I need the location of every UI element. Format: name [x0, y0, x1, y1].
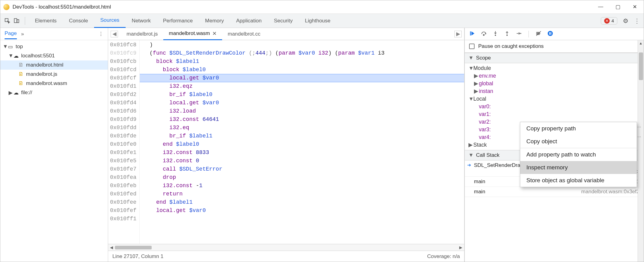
devtools-tabbar: Elements Console Sources Network Perform…: [0, 14, 644, 28]
editor-pane: ◀ mandelbrot.js mandelbrot.wasm ✕ mandel…: [108, 28, 464, 262]
navigator-kebab-icon[interactable]: [98, 31, 104, 37]
step-out-icon[interactable]: [504, 30, 510, 37]
svg-point-5: [495, 35, 496, 36]
right-pane-scrollbar[interactable]: ▲: [638, 40, 644, 262]
toggle-device-toolbar-icon[interactable]: [12, 16, 21, 25]
step-into-icon[interactable]: [492, 30, 498, 37]
deactivate-breakpoints-icon[interactable]: [536, 30, 542, 37]
context-menu-item-inspect-memory[interactable]: Inspect memory: [520, 161, 637, 174]
file-tree: ▼ ▭ top ▼ ☁ localhost:5501 🗎 mandelbrot.…: [0, 40, 108, 99]
file-icon: 🗎: [17, 71, 24, 77]
code-lines: ) (func $SDL_SetRenderDrawColor (;444;) …: [140, 40, 464, 244]
editor-horizontal-scrollbar[interactable]: ◀ ▶: [108, 244, 464, 251]
context-menu-item-copy-path[interactable]: Copy property path: [520, 122, 637, 135]
callstack-frame[interactable]: mainmandelbrot.wasm:0x3ef2: [465, 187, 644, 197]
navigator-pane: Page » ▼ ▭ top ▼ ☁ localhost:5501 🗎 mand…: [0, 28, 108, 262]
step-over-icon[interactable]: [481, 30, 487, 37]
file-tab-cc[interactable]: mandelbrot.cc: [222, 28, 266, 40]
tab-network[interactable]: Network: [126, 14, 157, 28]
file-tabbar: ◀ mandelbrot.js mandelbrot.wasm ✕ mandel…: [108, 28, 464, 40]
tab-lighthouse[interactable]: Lighthouse: [299, 14, 336, 28]
context-menu-item-add-watch[interactable]: Add property path to watch: [520, 148, 637, 161]
tree-file-html[interactable]: 🗎 mandelbrot.html: [0, 60, 108, 70]
context-menu-item-store-global[interactable]: Store object as global variable: [520, 174, 637, 187]
tab-security[interactable]: Security: [268, 14, 299, 28]
error-badge[interactable]: ✕ 4: [601, 17, 617, 25]
svg-rect-10: [549, 32, 550, 35]
close-button[interactable]: ✕: [633, 4, 637, 10]
svg-point-4: [483, 34, 484, 35]
navigator-more-icon[interactable]: »: [21, 31, 24, 37]
scope-module-item[interactable]: ▶global: [465, 80, 644, 87]
scope-module-item[interactable]: ▶env.me: [465, 72, 644, 80]
svg-rect-2: [17, 19, 19, 22]
close-tab-icon[interactable]: ✕: [212, 30, 217, 37]
scope-local-var[interactable]: var1:: [465, 110, 644, 118]
tree-file-js[interactable]: 🗎 mandelbrot.js: [0, 70, 108, 79]
tree-file-wasm[interactable]: 🗎 mandelbrot.wasm: [0, 79, 108, 88]
tab-console[interactable]: Console: [63, 14, 94, 28]
minimize-button[interactable]: —: [598, 4, 603, 10]
settings-gear-icon[interactable]: ⚙: [623, 17, 628, 25]
tree-node-top[interactable]: ▼ ▭ top: [0, 42, 108, 51]
tab-memory[interactable]: Memory: [199, 14, 230, 28]
scope-local-var[interactable]: var0:: [465, 103, 644, 110]
navigator-tab-page[interactable]: Page: [5, 30, 17, 39]
svg-rect-11: [551, 32, 551, 35]
pause-exceptions-icon[interactable]: [547, 30, 553, 37]
error-count: 4: [612, 18, 614, 23]
cursor-position: Line 27107, Column 1: [112, 253, 163, 260]
svg-point-7: [520, 33, 521, 34]
scope-local[interactable]: ▼Local: [465, 95, 644, 103]
pause-caught-checkbox[interactable]: [469, 44, 475, 49]
pause-caught-label: Pause on caught exceptions: [478, 43, 544, 49]
resume-icon[interactable]: [469, 30, 475, 37]
code-editor[interactable]: 0x010fc80x010fc90x010fcb0x010fcd0x010fcf…: [108, 40, 464, 244]
inspect-element-icon[interactable]: [3, 16, 12, 25]
svg-rect-1: [14, 18, 17, 22]
titlebar: DevTools - localhost:5501/mandelbrot.htm…: [0, 0, 644, 14]
tree-node-file-scheme[interactable]: ▶ ☁ file://: [0, 88, 108, 97]
truncated-value-ellipsis: …: [637, 124, 641, 128]
gutter: 0x010fc80x010fc90x010fcb0x010fcd0x010fcf…: [108, 40, 140, 244]
svg-point-6: [506, 35, 508, 36]
maximize-button[interactable]: ▢: [616, 4, 620, 10]
tab-performance[interactable]: Performance: [157, 14, 199, 28]
debugger-pane: Pause on caught exceptions ▼Scope ▼Modul…: [464, 28, 644, 262]
tree-node-host[interactable]: ▼ ☁ localhost:5501: [0, 51, 108, 60]
scroll-thumb[interactable]: [639, 52, 643, 80]
scope-module[interactable]: ▼Module: [465, 64, 644, 72]
debugger-toolbar: [465, 28, 644, 40]
tab-elements[interactable]: Elements: [29, 14, 63, 28]
tab-sources[interactable]: Sources: [94, 14, 125, 28]
kebab-menu-icon[interactable]: [634, 17, 640, 25]
cloud-icon: ☁: [13, 90, 19, 95]
step-icon[interactable]: [516, 30, 522, 37]
cloud-icon: ☁: [13, 53, 19, 59]
error-cross-icon: ✕: [604, 18, 610, 24]
truncated-value-ellipsis: …: [637, 133, 641, 138]
app-favicon: [3, 4, 9, 10]
scope-module-item[interactable]: ▶instan: [465, 87, 644, 95]
editor-nav-back-icon[interactable]: ◀: [111, 31, 118, 37]
file-tab-js[interactable]: mandelbrot.js: [121, 28, 163, 40]
file-tab-wasm[interactable]: mandelbrot.wasm ✕: [163, 28, 222, 40]
file-icon: 🗎: [17, 62, 24, 68]
coverage-status: Coverage: n/a: [427, 253, 460, 260]
context-menu: Copy property path Copy object Add prope…: [520, 122, 637, 187]
window-frame-icon: ▭: [7, 44, 14, 49]
status-bar: Line 27107, Column 1 Coverage: n/a: [108, 251, 464, 262]
section-scope[interactable]: ▼Scope: [465, 53, 644, 63]
svg-point-9: [548, 31, 553, 36]
window-title: DevTools - localhost:5501/mandelbrot.htm…: [13, 4, 111, 10]
tab-application[interactable]: Application: [230, 14, 268, 28]
file-icon: 🗎: [17, 81, 24, 86]
scroll-thumb[interactable]: [115, 246, 152, 249]
svg-rect-3: [470, 31, 471, 35]
editor-nav-forward-icon[interactable]: ▶: [454, 31, 462, 37]
context-menu-item-copy-object[interactable]: Copy object: [520, 135, 637, 148]
